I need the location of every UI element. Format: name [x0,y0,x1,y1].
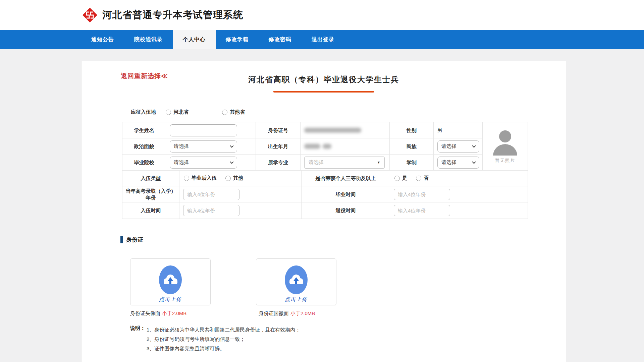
size-limit-text: 小于2.0MB [290,310,315,316]
original-major-select[interactable]: 请选择 ▼ [304,157,385,169]
upload-id-back-label: 身份证国徽面小于2.0MB [259,310,315,317]
nav-item-notices[interactable]: 通知公告 [81,30,124,49]
gender-value: 男 [434,122,483,138]
political-status-cell: 请选择 [166,138,256,155]
student-name-cell [166,122,256,138]
nav-item-college-directory[interactable]: 院校通讯录 [124,30,173,49]
upload-id-back-button[interactable]: 点击上传 [256,258,336,305]
radio-hebei-province[interactable]: 河北省 [166,109,189,115]
upload-caption: 点击上传 [285,296,308,303]
graduation-time-label: 毕业时间 [302,186,390,202]
form-title: 河北省高职（专科）毕业退役大学生士兵 [82,74,566,85]
upload-id-front-button[interactable]: 点击上传 [130,258,211,305]
triangle-down-icon: ▼ [377,161,380,164]
enlist-time-cell [179,202,302,219]
id-number-cell [301,122,390,138]
radio-circle-icon [225,176,231,181]
id-card-section-title: 身份证 [126,236,143,244]
original-major-cell: 请选择 ▼ [301,155,390,171]
chevron-down-icon [230,160,233,164]
nav-item-edit-student-status[interactable]: 修改学籍 [216,30,259,49]
size-limit-text: 小于2.0MB [162,310,186,316]
notes-label: 说明： [130,325,145,353]
radio-merit-yes[interactable]: 是 [394,175,407,181]
student-name-label: 学生姓名 [122,122,166,138]
main-nav: 通知公告 院校通讯录 个人中心 修改学籍 修改密码 退出登录 [0,30,644,49]
ethnicity-select[interactable]: 请选择 [437,140,479,153]
app-header: 河北省普通专升本考试管理系统 [0,0,644,30]
radio-circle-icon [222,110,227,115]
nav-item-personal-center[interactable]: 个人中心 [173,30,216,49]
merit-label: 是否荣获个人三等功及以上 [302,170,390,186]
original-major-label: 原学专业 [256,155,301,171]
radio-enlist-after-graduation[interactable]: 毕业后入伍 [184,175,217,181]
id-card-section-header: 身份证 [120,236,143,244]
section-divider [122,248,527,248]
section-bar [120,236,123,243]
ethnicity-label: 民族 [390,138,434,155]
id-card-notes: 说明： 1、身份证必须为中华人民共和国第二代居民身份证，且在有效期内； 2、身份… [130,325,300,353]
graduation-time-cell [390,186,528,202]
gaokao-year-input[interactable] [183,189,239,200]
student-name-input[interactable] [170,124,237,136]
app-logo-icon [82,7,98,23]
retire-time-cell [390,202,528,219]
radio-circle-icon [184,176,189,181]
upload-caption: 点击上传 [159,296,182,303]
nav-item-logout[interactable]: 退出登录 [302,30,344,49]
schooling-length-cell: 请选择 [434,155,483,171]
gender-label: 性别 [390,122,434,138]
birth-date-cell [301,138,390,155]
radio-merit-no[interactable]: 否 [416,175,429,181]
chevron-down-icon [230,144,233,147]
enlistment-place-row: 应征入伍地 河北省 其他省 [82,109,245,115]
schooling-length-label: 学制 [390,155,434,171]
person-icon [490,129,520,156]
graduate-college-cell: 请选择 [166,155,256,171]
note-line: 3、证件图像内容完整且清晰可辨。 [147,344,300,353]
graduate-college-select[interactable]: 请选择 [170,157,237,169]
note-line: 1、身份证必须为中华人民共和国第二代居民身份证，且在有效期内； [147,325,300,335]
ethnicity-cell: 请选择 [434,138,483,155]
radio-label: 其他省 [230,109,245,115]
enlistment-place-label: 应征入伍地 [131,109,156,115]
radio-other-province[interactable]: 其他省 [222,109,245,115]
enlist-time-input[interactable] [183,205,239,216]
retire-time-input[interactable] [394,205,450,216]
student-info-table-bottom: 入伍类型 毕业后入伍 其他 是否荣获个人三等功及以上 是 否 当年高考录取（入学… [122,170,528,219]
id-number-masked-value [304,128,361,133]
radio-label: 否 [424,175,429,181]
radio-circle-icon [416,176,421,181]
cloud-upload-icon [284,265,308,295]
radio-label: 其他 [233,175,243,181]
gaokao-year-label: 当年高考录取（入学）年份 [122,186,179,202]
content-panel: 返回重新选择≪ 河北省高职（专科）毕业退役大学生士兵 应征入伍地 河北省 其他省… [81,61,566,362]
chevron-down-icon [472,144,476,147]
radio-label: 是 [402,175,407,181]
retire-time-label: 退役时间 [302,202,390,219]
political-status-label: 政治面貌 [122,138,166,155]
note-line: 2、身份证号码须与考生所填写的信息一致； [147,335,300,344]
radio-label: 河北省 [173,109,189,115]
cloud-upload-icon [159,265,182,295]
radio-enlist-other[interactable]: 其他 [225,175,243,181]
nav-item-change-password[interactable]: 修改密码 [259,30,302,49]
radio-circle-icon [394,176,400,181]
birth-date-masked-value [323,144,331,149]
student-info-table-top: 暂无照片 学生姓名 身份证号 性别 男 政治面貌 请选择 出生年月 民族 请选择 [122,122,528,171]
political-status-select[interactable]: 请选择 [170,140,237,153]
schooling-length-select[interactable]: 请选择 [437,157,479,169]
birth-date-label: 出生年月 [256,138,301,155]
birth-date-masked-value [304,144,320,149]
enlist-time-label: 入伍时间 [122,202,179,219]
upload-id-front-label: 身份证头像面小于2.0MB [130,310,186,317]
app-title: 河北省普通专升本考试管理系统 [102,8,243,22]
no-photo-text: 暂无照片 [495,158,515,164]
id-number-label: 身份证号 [256,122,301,138]
gaokao-year-cell [179,186,302,202]
graduation-time-input[interactable] [394,189,450,200]
graduate-college-label: 毕业院校 [122,155,166,171]
merit-radios: 是 否 [390,170,528,186]
photo-placeholder: 暂无照片 [483,122,528,171]
radio-label: 毕业后入伍 [192,175,217,181]
